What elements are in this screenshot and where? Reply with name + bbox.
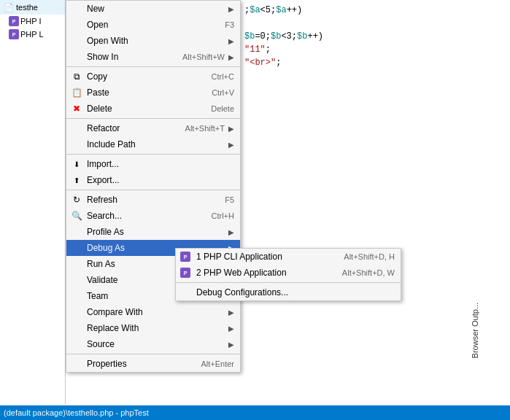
submenu-shortcut-php-cli: Alt+Shift+D, H bbox=[344, 252, 395, 261]
menu-label-export: Export... bbox=[87, 175, 234, 185]
tree-panel: 📄 testhe P PHP I P PHP L bbox=[0, 0, 66, 405]
browser-output-label: Browser Outp... bbox=[471, 303, 479, 358]
tree-item-label: testhe bbox=[16, 3, 38, 12]
status-bar: (default package)\testhello.php - phpTes… bbox=[0, 405, 510, 420]
copy-icon: ⧉ bbox=[71, 71, 82, 82]
shortcut-open: F3 bbox=[225, 20, 234, 29]
import-icon: ⬇ bbox=[71, 158, 82, 170]
menu-item-export[interactable]: ⬆ Export... bbox=[66, 172, 240, 188]
menu-item-import[interactable]: ⬇ Import... bbox=[66, 156, 240, 172]
arrow-source: ▶ bbox=[228, 341, 234, 349]
submenu-debug-as: P 1 PHP CLI Application Alt+Shift+D, H P… bbox=[175, 248, 401, 301]
shortcut-refresh: F5 bbox=[225, 195, 234, 204]
search-icon: 🔍 bbox=[71, 210, 82, 222]
submenu-item-php-cli[interactable]: P 1 PHP CLI Application Alt+Shift+D, H bbox=[176, 249, 401, 265]
menu-item-delete[interactable]: ✖ Delete Delete bbox=[66, 101, 240, 117]
menu-label-refactor: Refactor bbox=[87, 123, 171, 133]
shortcut-copy: Ctrl+C bbox=[212, 72, 234, 81]
menu-label-include-path: Include Path bbox=[87, 139, 225, 149]
menu-item-properties[interactable]: Properties Alt+Enter bbox=[66, 356, 240, 372]
separator-2 bbox=[66, 118, 240, 119]
menu-item-refresh[interactable]: ↻ Refresh F5 bbox=[66, 192, 240, 208]
php-icon-1: P bbox=[9, 16, 19, 26]
submenu-item-debug-configs[interactable]: Debug Configurations... bbox=[176, 284, 401, 300]
code-line-1: ;$a<5;$a++) bbox=[244, 4, 323, 17]
menu-item-copy[interactable]: ⧉ Copy Ctrl+C bbox=[66, 69, 240, 85]
php-web-icon: P bbox=[180, 268, 190, 278]
submenu-label-php-web: 2 PHP Web Application bbox=[196, 268, 328, 278]
shortcut-show-in: Alt+Shift+W bbox=[182, 52, 225, 61]
menu-label-delete: Delete bbox=[87, 104, 196, 114]
menu-label-profile-as: Profile As bbox=[87, 227, 225, 237]
menu-label-open: Open bbox=[87, 20, 210, 30]
arrow-refactor: ▶ bbox=[228, 125, 234, 133]
submenu-shortcut-php-web: Alt+Shift+D, W bbox=[342, 268, 395, 277]
separator-1 bbox=[66, 66, 240, 67]
delete-icon: ✖ bbox=[71, 103, 82, 114]
menu-label-source: Source bbox=[87, 339, 225, 349]
file-icon: 📄 bbox=[3, 1, 15, 13]
menu-label-import: Import... bbox=[87, 159, 234, 169]
status-text: (default package)\testhello.php - phpTes… bbox=[4, 408, 149, 417]
shortcut-refactor: Alt+Shift+T bbox=[185, 124, 225, 133]
arrow-new: ▶ bbox=[228, 5, 234, 13]
submenu-label-php-cli: 1 PHP CLI Application bbox=[196, 252, 329, 262]
menu-item-compare-with[interactable]: Compare With ▶ bbox=[66, 304, 240, 320]
tree-item-testhe[interactable]: 📄 testhe bbox=[0, 0, 65, 15]
context-menu: New ▶ Open F3 Open With ▶ Show In Alt+Sh… bbox=[66, 0, 241, 373]
shortcut-paste: Ctrl+V bbox=[212, 88, 234, 97]
menu-label-paste: Paste bbox=[87, 88, 197, 98]
menu-item-open-with[interactable]: Open With ▶ bbox=[66, 33, 240, 49]
arrow-profile-as: ▶ bbox=[228, 228, 234, 236]
arrow-open-with: ▶ bbox=[228, 37, 234, 45]
tree-item-label-php2: PHP L bbox=[20, 30, 44, 39]
tree-item-php1[interactable]: P PHP I bbox=[0, 15, 65, 28]
code-editor: ;$a<5;$a++) $b=0;$b<3;$b++) "11"; "<br>"… bbox=[241, 0, 327, 73]
submenu-separator bbox=[176, 282, 401, 283]
menu-item-profile-as[interactable]: Profile As ▶ bbox=[66, 224, 240, 240]
menu-label-compare-with: Compare With bbox=[87, 307, 225, 317]
php-cli-icon: P bbox=[180, 252, 190, 262]
menu-label-open-with: Open With bbox=[87, 36, 225, 46]
menu-item-show-in[interactable]: Show In Alt+Shift+W ▶ bbox=[66, 49, 240, 65]
shortcut-delete: Delete bbox=[211, 104, 234, 113]
menu-label-refresh: Refresh bbox=[87, 195, 210, 205]
refresh-icon: ↻ bbox=[71, 194, 82, 206]
arrow-show-in: ▶ bbox=[228, 53, 234, 61]
submenu-item-php-web[interactable]: P 2 PHP Web Application Alt+Shift+D, W bbox=[176, 265, 401, 281]
menu-label-replace-with: Replace With bbox=[87, 323, 225, 333]
shortcut-search: Ctrl+H bbox=[212, 211, 234, 220]
menu-label-search: Search... bbox=[87, 211, 197, 221]
submenu-label-debug-configs: Debug Configurations... bbox=[196, 287, 395, 298]
menu-item-open[interactable]: Open F3 bbox=[66, 17, 240, 33]
export-icon: ⬆ bbox=[71, 174, 82, 186]
menu-label-show-in: Show In bbox=[87, 52, 168, 62]
arrow-include-path: ▶ bbox=[228, 141, 234, 149]
tree-item-label-php1: PHP I bbox=[20, 17, 42, 26]
menu-label-new: New bbox=[87, 4, 225, 14]
shortcut-properties: Alt+Enter bbox=[201, 359, 234, 368]
menu-item-search[interactable]: 🔍 Search... Ctrl+H bbox=[66, 208, 240, 224]
menu-item-refactor[interactable]: Refactor Alt+Shift+T ▶ bbox=[66, 120, 240, 136]
menu-item-source[interactable]: Source ▶ bbox=[66, 336, 240, 352]
separator-4 bbox=[66, 190, 240, 190]
menu-item-replace-with[interactable]: Replace With ▶ bbox=[66, 320, 240, 336]
menu-item-paste[interactable]: 📋 Paste Ctrl+V bbox=[66, 85, 240, 101]
tree-item-php2[interactable]: P PHP L bbox=[0, 28, 65, 41]
menu-item-new[interactable]: New ▶ bbox=[66, 1, 240, 17]
separator-5 bbox=[66, 354, 240, 354]
arrow-replace-with: ▶ bbox=[228, 324, 234, 332]
menu-item-include-path[interactable]: Include Path ▶ bbox=[66, 136, 240, 152]
paste-icon: 📋 bbox=[71, 87, 82, 98]
menu-label-copy: Copy bbox=[87, 71, 197, 82]
php-icon-2: P bbox=[9, 29, 19, 39]
menu-label-properties: Properties bbox=[87, 359, 186, 369]
arrow-compare-with: ▶ bbox=[228, 308, 234, 316]
separator-3 bbox=[66, 154, 240, 155]
